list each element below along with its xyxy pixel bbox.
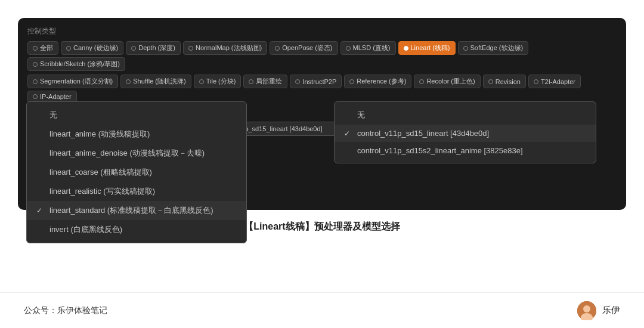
svg-point-1	[583, 305, 590, 312]
model-dropdown: 无 ✓ control_v11p_sd15_lineart [43d4be0d]…	[334, 101, 596, 163]
ctrl-btn-reference[interactable]: Reference (参考)	[344, 75, 411, 88]
dropdown-item-lineart-anime-denoise[interactable]: lineart_anime_denoise (动漫线稿提取－去噪)	[27, 144, 246, 163]
ctrl-btn-depth[interactable]: Depth (深度)	[126, 41, 181, 55]
preprocessor-dropdown: 无 lineart_anime (动漫线稿提取) lineart_anime_d…	[26, 101, 247, 243]
model-dropdown-item-none[interactable]: 无	[335, 106, 596, 125]
ctrl-dot-t2iadapter	[534, 79, 538, 84]
ctrl-dot-reference	[349, 79, 354, 84]
dropdown-item-lineart-standard[interactable]: ✓ lineart_standard (标准线稿提取－白底黑线反色)	[27, 201, 246, 220]
ctrl-dot-shuffle	[126, 79, 131, 84]
ctrl-dot-tile	[199, 79, 204, 84]
footer: 公众号：乐伊体验笔记 乐伊	[0, 292, 644, 328]
footer-right: 乐伊	[577, 301, 620, 320]
ctrl-dot-softedge	[463, 46, 468, 51]
model-dropdown-item-model2[interactable]: control_v11p_sd15s2_lineart_anime [3825e…	[335, 142, 596, 159]
ctrl-btn-ipadapter[interactable]: IP-Adapter	[27, 91, 77, 103]
ctrl-btn-all[interactable]: 全部	[27, 41, 58, 55]
ctrl-btn-lineart[interactable]: Lineart (线稿)	[398, 41, 456, 55]
ctrl-dot-inpaint	[249, 79, 253, 84]
ctrl-btn-tile[interactable]: Tile (分块)	[194, 75, 242, 88]
ctrl-dot-all	[33, 46, 38, 51]
avatar	[577, 301, 596, 320]
ctrl-btn-instructp2p[interactable]: InstructP2P	[290, 75, 342, 88]
ctrl-btn-recolor[interactable]: Recolor (重上色)	[414, 75, 480, 88]
ctrl-btn-segmentation[interactable]: Segmentation (语义分割)	[27, 75, 118, 88]
ctrl-dot-openpose	[275, 46, 280, 51]
dropdown-item-lineart-anime[interactable]: lineart_anime (动漫线稿提取)	[27, 125, 246, 144]
ctrl-btn-openpose[interactable]: OpenPose (姿态)	[270, 41, 338, 55]
dropdown-item-lineart-realistic[interactable]: lineart_realistic (写实线稿提取)	[27, 182, 246, 201]
ctrl-dot-normalmap	[188, 46, 193, 51]
ctrl-btn-t2iadapter[interactable]: T2I-Adapter	[528, 75, 581, 88]
model-check-icon-model1: ✓	[344, 129, 352, 138]
ctrl-btn-shuffle[interactable]: Shuffle (随机洗牌)	[120, 75, 191, 88]
ctrl-btn-canny[interactable]: Canny (硬边缘)	[61, 41, 123, 55]
ctrl-dot-revision	[488, 79, 493, 84]
footer-left-text: 公众号：乐伊体验笔记	[24, 305, 107, 316]
main-container: 控制类型 全部 Canny (硬边缘) Depth (深度) NormalMap…	[0, 0, 644, 328]
ctrl-dot-segmentation	[33, 79, 38, 84]
dropdown-item-none[interactable]: 无	[27, 106, 246, 125]
ctrl-btn-inpaint[interactable]: 局部重绘	[243, 75, 287, 88]
ctrl-btn-normalmap[interactable]: NormalMap (法线贴图)	[183, 41, 267, 55]
ctrl-btn-revision[interactable]: Revision	[483, 75, 526, 88]
dropdown-item-invert[interactable]: invert (白底黑线反色)	[27, 220, 246, 239]
ctrl-btn-softedge[interactable]: SoftEdge (软边缘)	[458, 41, 529, 55]
dark-panel: 控制类型 全部 Canny (硬边缘) Depth (深度) NormalMap…	[18, 18, 626, 210]
avatar-icon	[577, 301, 596, 320]
ctrl-btn-mlsd[interactable]: MLSD (直线)	[340, 41, 396, 55]
ctrl-dot-scribble	[33, 62, 38, 67]
check-icon-lineart-standard: ✓	[36, 206, 45, 215]
caption: 【Lineart线稿】预处理器及模型选择	[244, 221, 400, 233]
ctrl-dot-mlsd	[346, 46, 351, 51]
control-type-row1: 全部 Canny (硬边缘) Depth (深度) NormalMap (法线贴…	[27, 41, 617, 71]
model-dropdown-item-model1[interactable]: ✓ control_v11p_sd15_lineart [43d4be0d]	[335, 125, 596, 142]
ctrl-dot-depth	[131, 46, 136, 51]
control-type-row2: Segmentation (语义分割) Shuffle (随机洗牌) Tile …	[27, 75, 617, 103]
ctrl-dot-instructp2p	[295, 79, 300, 84]
dropdown-item-lineart-coarse[interactable]: lineart_coarse (粗略线稿提取)	[27, 163, 246, 182]
footer-name: 乐伊	[602, 305, 620, 316]
ctrl-dot-lineart	[404, 46, 408, 51]
ctrl-dot-canny	[66, 46, 71, 51]
control-type-label: 控制类型	[27, 26, 617, 36]
ctrl-dot-recolor	[419, 79, 424, 84]
ctrl-btn-scribble[interactable]: Scribble/Sketch (涂鸦/草图)	[27, 57, 125, 71]
ctrl-dot-ipadapter	[33, 94, 38, 99]
